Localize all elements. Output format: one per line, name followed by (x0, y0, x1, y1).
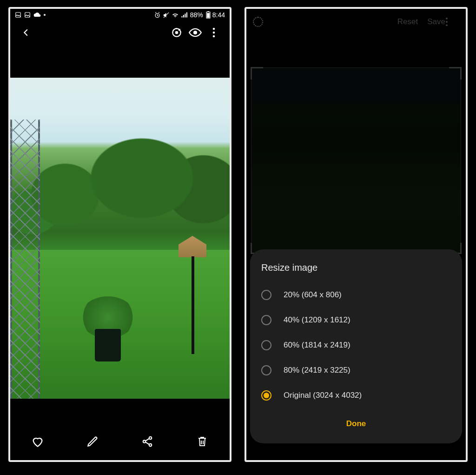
status-left (15, 12, 46, 18)
svg-point-16 (446, 18, 448, 20)
svg-rect-6 (207, 13, 210, 18)
battery-percent: 88% (190, 11, 203, 19)
signal-icon (181, 12, 187, 18)
resize-option-60[interactable]: 60% (1814 x 2419) (261, 333, 451, 358)
cloud-icon (33, 12, 41, 18)
loading-spinner-icon (253, 17, 263, 27)
mute-icon (163, 12, 170, 19)
favorite-button[interactable] (25, 428, 51, 455)
viewer-top-bar (10, 21, 230, 44)
svg-point-10 (213, 28, 215, 30)
status-bar: 88% 8:44 (10, 9, 230, 21)
resize-option-label: Original (3024 x 4032) (284, 391, 362, 400)
radio-icon (261, 290, 271, 300)
viewer-action-bar (10, 423, 230, 460)
editor-top-bar: Reset Save (246, 9, 466, 35)
phone-editor: Reset Save Resize image 20% (604 x 806) … (245, 7, 468, 462)
resize-option-label: 20% (604 x 806) (284, 290, 342, 300)
status-right: 88% 8:44 (154, 11, 225, 19)
battery-icon (206, 11, 211, 19)
alarm-icon (154, 12, 161, 19)
svg-point-17 (446, 21, 448, 23)
svg-point-8 (175, 31, 178, 34)
resize-option-80[interactable]: 80% (2419 x 3225) (261, 358, 451, 383)
resize-option-label: 40% (1209 x 1612) (284, 315, 350, 325)
delete-button[interactable] (189, 428, 215, 455)
more-options-icon[interactable] (205, 23, 223, 42)
resize-option-label: 60% (1814 x 2419) (284, 341, 350, 350)
share-button[interactable] (134, 428, 160, 455)
notification-image-icon (15, 12, 21, 18)
photo-viewport[interactable] (10, 44, 230, 423)
notification-image2-icon (24, 12, 31, 18)
resize-option-original[interactable]: Original (3024 x 4032) (261, 383, 451, 408)
clock-time: 8:44 (212, 11, 225, 19)
resize-option-label: 80% (2419 x 3225) (284, 366, 350, 375)
resize-sheet: Resize image 20% (604 x 806) 40% (1209 x… (250, 249, 462, 443)
sheet-footer: Done (261, 415, 451, 433)
radio-icon (261, 365, 271, 375)
photo-tower (10, 120, 40, 399)
svg-rect-5 (207, 11, 209, 12)
svg-point-18 (446, 24, 448, 26)
photo-planter (89, 296, 126, 361)
radio-selected-icon (261, 390, 271, 401)
resize-sheet-title: Resize image (261, 262, 451, 273)
radio-icon (261, 340, 271, 350)
svg-point-11 (213, 32, 215, 34)
svg-rect-1 (25, 13, 30, 18)
svg-rect-0 (16, 13, 21, 18)
radio-icon (261, 315, 271, 325)
visibility-icon[interactable] (186, 23, 205, 42)
photo-trees (10, 134, 230, 245)
done-button[interactable]: Done (337, 415, 376, 433)
back-button[interactable] (17, 23, 35, 42)
dot-icon (44, 14, 46, 16)
svg-point-12 (213, 35, 215, 38)
wifi-icon (172, 12, 179, 18)
bixby-vision-icon[interactable] (167, 23, 186, 42)
photo-feeder-post (192, 256, 194, 354)
resize-option-20[interactable]: 20% (604 x 806) (261, 282, 451, 308)
phone-viewer: 88% 8:44 (8, 7, 231, 462)
save-button[interactable]: Save (427, 17, 445, 27)
reset-button[interactable]: Reset (397, 17, 418, 27)
editor-more-icon[interactable] (445, 17, 459, 27)
svg-point-9 (193, 31, 197, 34)
edit-button[interactable] (79, 428, 106, 455)
resize-option-40[interactable]: 40% (1209 x 1612) (261, 308, 451, 333)
photo-content (10, 78, 230, 399)
